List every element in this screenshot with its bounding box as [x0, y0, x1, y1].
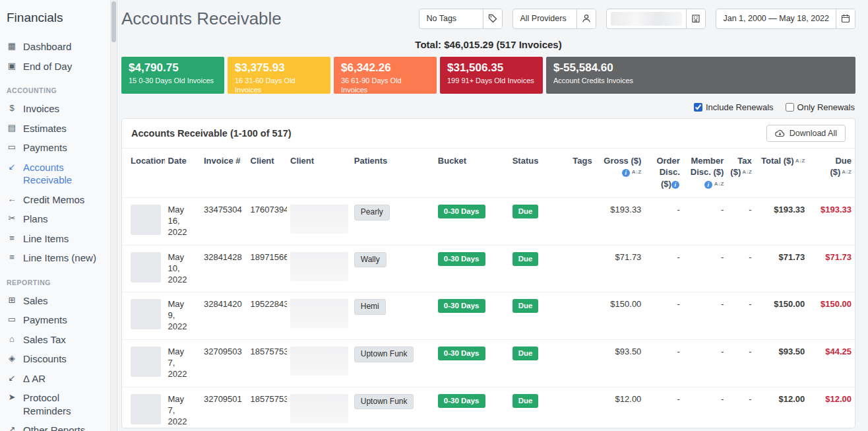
sidebar-item-other-reports[interactable]: ↗Other Reports: [7, 420, 104, 431]
sort-az-icon[interactable]: A↓Z: [632, 169, 642, 175]
sidebar-section-heading: REPORTING: [7, 279, 104, 286]
cell-order-disc: -: [644, 387, 683, 428]
filter-bar: No Tags All Providers: [419, 9, 855, 29]
sort-az-icon[interactable]: A↓Z: [842, 169, 852, 175]
status-badge: Due: [512, 252, 539, 266]
practice-filter-button[interactable]: [686, 9, 705, 28]
sidebar-item-dashboard[interactable]: ▦Dashboard: [7, 37, 104, 57]
sidebar-item-end-of-day[interactable]: ▣End of Day: [7, 57, 104, 77]
sidebar-item-label: Credit Memos: [23, 193, 84, 207]
cell-client-id: 17607394: [247, 198, 287, 246]
cell-member-disc: -: [683, 387, 728, 428]
sidebar-item-sales-tax[interactable]: ⌂Sales Tax: [7, 330, 104, 350]
column-header-member-disc[interactable]: Member Disc. ($)iA↓Z: [683, 149, 728, 198]
protocol-reminders-icon: ➤: [7, 391, 17, 404]
sort-az-icon[interactable]: A↓Z: [795, 158, 805, 164]
patient-chip[interactable]: Pearly: [354, 205, 390, 220]
column-header-client: Client: [287, 149, 351, 198]
table-body: May 16, 20223347530417607394Pearly0-30 D…: [122, 198, 855, 428]
date-range-button[interactable]: [836, 9, 855, 28]
cell-order-disc: -: [644, 340, 683, 387]
table-row[interactable]: May 7, 20223270950318575753Uptown Funk0-…: [122, 340, 855, 387]
info-icon[interactable]: i: [704, 181, 712, 189]
sidebar-item-ar[interactable]: ↙Δ AR: [7, 369, 104, 389]
sidebar-item-line-items-new[interactable]: ≡Line Items (new): [7, 248, 104, 268]
sidebar-nav: ▦Dashboard▣End of DayACCOUNTING$Invoices…: [7, 37, 104, 431]
column-header-due[interactable]: Due ($)A↓Z: [808, 149, 855, 198]
sidebar-item-sales[interactable]: ⊞Sales: [7, 291, 104, 311]
sidebar-scrollbar[interactable]: [110, 0, 117, 431]
sidebar-item-credit-memos[interactable]: ←Credit Memos: [7, 190, 104, 210]
cell-order-disc: -: [644, 198, 683, 246]
panel-header: Accounts Receivable (1-100 of 517) Downl…: [122, 119, 855, 149]
sidebar-item-label: Plans: [23, 213, 48, 226]
sidebar-section-heading: ACCOUNTING: [7, 86, 104, 94]
sidebar-item-label: Protocol Reminders: [23, 391, 104, 417]
cell-total: $12.00: [755, 387, 809, 428]
scrollbar-thumb[interactable]: [111, 1, 116, 42]
tags-filter-button[interactable]: [483, 9, 502, 28]
table-row[interactable]: May 10, 20223284142818971566Wally0-30 Da…: [122, 245, 855, 292]
tags-filter[interactable]: No Tags: [419, 9, 503, 29]
cell-bucket: 0-30 Days: [435, 292, 509, 340]
practice-filter[interactable]: [606, 9, 706, 29]
cell-date: May 9, 2022: [165, 292, 201, 340]
providers-filter-button[interactable]: [576, 9, 596, 28]
only-renewals-checkbox[interactable]: [786, 103, 794, 112]
sidebar-item-label: Other Reports: [23, 424, 85, 431]
card-label: 16 31-60 Days Old Invoices: [235, 76, 323, 94]
cell-patients: Hemi: [351, 292, 435, 340]
cell-member-disc: -: [683, 245, 728, 292]
sidebar-item-protocol-reminders[interactable]: ➤Protocol Reminders: [7, 388, 104, 420]
line-items-icon: ≡: [7, 251, 17, 264]
column-label: Client: [290, 156, 314, 166]
patient-chip[interactable]: Uptown Funk: [354, 347, 414, 362]
table-row[interactable]: May 7, 20223270950118575753Uptown Funk0-…: [122, 387, 855, 428]
date-range-filter[interactable]: Jan 1, 2000 — May 18, 2022: [716, 9, 855, 29]
redacted-client-name: [290, 394, 348, 423]
sidebar-item-estimates[interactable]: ▤Estimates: [7, 119, 104, 139]
sidebar-item-payments[interactable]: ▭Payments: [7, 310, 104, 330]
only-renewals-label: Only Renewals: [797, 102, 855, 112]
patient-chip[interactable]: Uptown Funk: [354, 394, 414, 410]
table-row[interactable]: May 16, 20223347530417607394Pearly0-30 D…: [122, 198, 855, 246]
table-row[interactable]: May 9, 20223284142019522843Hemi0-30 Days…: [122, 292, 855, 340]
sort-az-icon[interactable]: A↓Z: [714, 181, 724, 187]
cell-tax: -: [727, 245, 755, 292]
redacted-client-name: [290, 252, 348, 281]
column-label: Invoice #: [204, 156, 241, 166]
patient-chip[interactable]: Hemi: [354, 299, 386, 315]
cell-tax: -: [727, 198, 755, 246]
main-content: Accounts Receivable No Tags All Provider…: [117, 0, 868, 431]
info-icon[interactable]: i: [622, 169, 630, 177]
cell-location: [122, 387, 165, 428]
providers-filter[interactable]: All Providers: [512, 9, 596, 29]
sidebar-item-invoices[interactable]: $Invoices: [7, 99, 104, 119]
patient-chip[interactable]: Wally: [354, 252, 387, 268]
column-header-invoice: Invoice #: [201, 149, 247, 198]
accounts-receivable-icon: ↙: [7, 161, 17, 174]
renewal-toggles: Include Renewals Only Renewals: [122, 102, 855, 112]
include-renewals-toggle[interactable]: Include Renewals: [694, 102, 774, 112]
column-header-total[interactable]: Total ($)A↓Z: [755, 149, 809, 198]
only-renewals-toggle[interactable]: Only Renewals: [786, 102, 855, 112]
cell-tags: [565, 245, 595, 292]
cell-bucket: 0-30 Days: [435, 387, 509, 428]
include-renewals-checkbox[interactable]: [694, 103, 702, 112]
column-header-tax[interactable]: Tax ($)A↓Z: [727, 149, 755, 198]
bucket-badge: 0-30 Days: [438, 347, 485, 360]
download-all-button[interactable]: Download All: [766, 125, 846, 142]
sales-icon: ⊞: [7, 294, 17, 307]
sort-az-icon[interactable]: A↓Z: [742, 169, 752, 175]
sidebar-item-plans[interactable]: ✂Plans: [7, 209, 104, 229]
cell-bucket: 0-30 Days: [435, 340, 509, 387]
sidebar-item-payments[interactable]: ▭Payments: [7, 138, 104, 158]
redacted-client-name: [290, 299, 348, 328]
column-header-gross[interactable]: Gross ($)iA↓Z: [596, 149, 645, 198]
sidebar-item-discounts[interactable]: ◈Discounts: [7, 349, 104, 369]
cell-status: Due: [509, 340, 565, 387]
sidebar-item-accounts-receivable[interactable]: ↙Accounts Receivable: [7, 158, 104, 190]
info-icon[interactable]: i: [671, 181, 679, 189]
cell-invoice-number: 32709503: [201, 340, 247, 387]
sidebar-item-line-items[interactable]: ≡Line Items: [7, 229, 104, 249]
